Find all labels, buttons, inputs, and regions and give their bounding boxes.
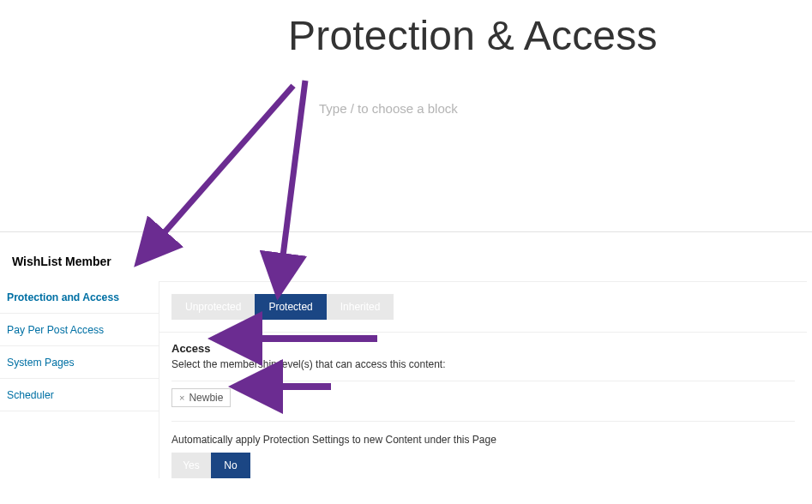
remove-icon[interactable]: × bbox=[179, 393, 184, 403]
panel-title: WishList Member bbox=[12, 255, 111, 268]
auto-apply-yes-button[interactable]: Yes bbox=[171, 453, 211, 478]
sidebar-item-system-pages[interactable]: System Pages bbox=[0, 346, 159, 379]
sidebar-item-label: System Pages bbox=[7, 357, 75, 369]
membership-level-select[interactable]: × Newbie bbox=[171, 381, 795, 422]
auto-apply-description: Automatically apply Protection Settings … bbox=[171, 434, 807, 446]
sidebar-item-scheduler[interactable]: Scheduler bbox=[0, 379, 159, 411]
auto-apply-section: Automatically apply Protection Settings … bbox=[159, 422, 807, 478]
sidebar-item-label: Pay Per Post Access bbox=[7, 324, 104, 336]
access-heading: Access bbox=[159, 333, 807, 357]
auto-apply-no-button[interactable]: No bbox=[211, 453, 250, 478]
auto-apply-toggle: Yes No bbox=[171, 453, 807, 478]
level-chip-label: Newbie bbox=[189, 392, 223, 404]
editor-header-area: Protection & Access Type / to choose a b… bbox=[0, 0, 812, 231]
sidebar: Protection and Access Pay Per Post Acces… bbox=[0, 281, 159, 411]
sidebar-item-label: Scheduler bbox=[7, 389, 54, 401]
tab-label: Inherited bbox=[340, 301, 381, 313]
protection-tabs: Unprotected Protected Inherited bbox=[159, 282, 807, 320]
tab-inherited[interactable]: Inherited bbox=[327, 294, 394, 320]
sidebar-item-pay-per-post[interactable]: Pay Per Post Access bbox=[0, 314, 159, 346]
button-label: Yes bbox=[183, 459, 200, 471]
content-panel: Unprotected Protected Inherited Access S… bbox=[159, 281, 807, 478]
button-label: No bbox=[224, 459, 237, 471]
level-chip-newbie[interactable]: × Newbie bbox=[171, 388, 231, 407]
page-title[interactable]: Protection & Access bbox=[288, 12, 658, 59]
tab-label: Unprotected bbox=[185, 301, 241, 313]
sidebar-item-protection-and-access[interactable]: Protection and Access bbox=[0, 281, 159, 314]
access-description: Select the membership level(s) that can … bbox=[159, 357, 807, 377]
sidebar-item-label: Protection and Access bbox=[7, 291, 119, 303]
divider bbox=[0, 231, 812, 232]
tab-unprotected[interactable]: Unprotected bbox=[171, 294, 255, 320]
tab-protected[interactable]: Protected bbox=[255, 294, 326, 320]
access-section: Access Select the membership level(s) th… bbox=[159, 332, 807, 422]
block-placeholder[interactable]: Type / to choose a block bbox=[319, 101, 458, 116]
tab-label: Protected bbox=[268, 301, 312, 313]
